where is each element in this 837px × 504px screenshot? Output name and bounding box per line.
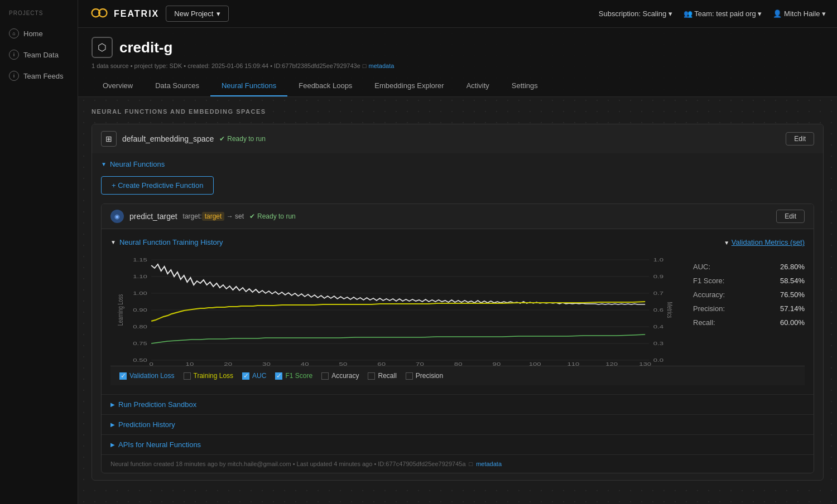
validation-loss-line (151, 264, 645, 304)
predict-ready-badge: ✔ Ready to run (249, 212, 296, 220)
svg-text:Metrics: Metrics (666, 302, 674, 318)
tab-neural-functions[interactable]: Neural Functions (210, 76, 287, 96)
embedding-name: default_embedding_space (122, 134, 214, 143)
embedding-header-left: ⊞ default_embedding_space ✔ Ready to run (101, 131, 266, 147)
svg-text:40: 40 (301, 361, 309, 366)
topnav-left: FEATRIX New Project ▾ (89, 4, 229, 24)
legend-checkbox-f1: ✓ (275, 372, 282, 380)
legend-f1-score[interactable]: ✓ F1 Score (275, 372, 312, 380)
content-area: ⬡ credit-g 1 data source • project type:… (78, 28, 837, 504)
create-predictive-function-button[interactable]: + Create Predictive Function (101, 176, 214, 195)
svg-text:20: 20 (224, 361, 232, 366)
topnav-right: Subscription: Scaling ▾ 👥 Team: test pai… (599, 9, 826, 18)
sidebar-item-teamdata[interactable]: i Team Data (0, 44, 78, 65)
chart-area: 1.15 1.10 1.00 0.90 0.80 0.75 0.50 Lea (110, 254, 682, 366)
metric-recall: Recall: 60.00% (693, 316, 805, 329)
svg-text:0: 0 (149, 361, 153, 366)
legend-checkbox-accuracy (321, 372, 329, 380)
tab-activity[interactable]: Activity (455, 76, 501, 96)
svg-text:110: 110 (567, 361, 579, 366)
legend-training-loss[interactable]: Training Loss (184, 372, 234, 380)
main-content: FEATRIX New Project ▾ Subscription: Scal… (78, 0, 837, 504)
metric-accuracy: Accuracy: 76.50% (693, 288, 805, 302)
run-prediction-toggle[interactable]: ▶ Run Prediction Sandbox (110, 400, 805, 409)
training-history-label[interactable]: Neural Function Training History (119, 238, 223, 246)
svg-text:0.80: 0.80 (133, 324, 147, 329)
tab-overview[interactable]: Overview (92, 76, 144, 96)
apis-icon: ▶ (110, 442, 115, 448)
target-badge: target:target → set (183, 212, 244, 220)
logo-text: FEATRIX (114, 9, 159, 19)
training-collapse-icon: ▼ (110, 239, 116, 245)
svg-text:90: 90 (493, 361, 501, 366)
neural-function-footer: Neural function created 18 minutes ago b… (102, 454, 814, 473)
legend-checkbox-training-loss (184, 372, 191, 380)
project-title-row: ⬡ credit-g (92, 37, 824, 58)
svg-text:0.0: 0.0 (653, 357, 663, 363)
run-prediction-icon: ▶ (110, 401, 115, 408)
metric-precision: Precision: 57.14% (693, 302, 805, 316)
validation-metrics-link[interactable]: Validation Metrics (set) (732, 238, 805, 246)
featrix-logo-icon (89, 4, 109, 24)
apis-section: ▶ APIs for Neural Functions (102, 434, 814, 454)
section-title: NEURAL FUNCTIONS AND EMBEDDING SPACES (92, 108, 824, 115)
subscription-selector[interactable]: Subscription: Scaling ▾ (599, 9, 672, 18)
predict-target-header: ◉ predict_target target:target → set ✔ R… (102, 204, 814, 229)
legend-recall[interactable]: Recall (368, 372, 396, 380)
svg-text:0.4: 0.4 (653, 324, 663, 329)
embedding-header: ⊞ default_embedding_space ✔ Ready to run… (92, 124, 823, 153)
svg-text:1.00: 1.00 (133, 290, 147, 296)
prediction-history-toggle[interactable]: ▶ Prediction History (110, 420, 805, 429)
predict-header-left: ◉ predict_target target:target → set ✔ R… (110, 210, 296, 223)
project-meta: 1 data source • project type: SDK • crea… (92, 62, 824, 69)
tab-embeddings-explorer[interactable]: Embeddings Explorer (363, 76, 455, 96)
neural-functions-toggle[interactable]: ▼ Neural Functions (101, 160, 814, 168)
topnav: FEATRIX New Project ▾ Subscription: Scal… (78, 0, 837, 28)
svg-text:100: 100 (529, 361, 541, 366)
training-loss-line (151, 302, 645, 321)
embedding-edit-button[interactable]: Edit (786, 132, 814, 146)
user-menu[interactable]: 👤 Mitch Haile ▾ (773, 9, 826, 18)
tab-settings[interactable]: Settings (501, 76, 549, 96)
svg-text:60: 60 (377, 361, 386, 366)
training-chart: 1.15 1.10 1.00 0.90 0.80 0.75 0.50 Lea (110, 254, 682, 366)
training-section: ▼ Neural Function Training History ▼ Val… (102, 229, 814, 394)
validation-metrics-right: ▼ Validation Metrics (set) (724, 238, 805, 246)
legend-auc[interactable]: ✓ AUC (242, 372, 266, 380)
team-selector[interactable]: 👥 Team: test paid org ▾ (684, 9, 762, 18)
embedding-ready-badge: ✔ Ready to run (219, 135, 266, 143)
training-header-left: ▼ Neural Function Training History (110, 238, 223, 246)
metrics-panel: AUC: 26.80% F1 Score: 58.54% Accuracy: (693, 254, 805, 366)
apis-toggle[interactable]: ▶ APIs for Neural Functions (110, 440, 805, 449)
neural-functions-section: ▼ Neural Functions + Create Predictive F… (92, 153, 823, 480)
metric-auc: AUC: 26.80% (693, 260, 805, 274)
svg-text:0.7: 0.7 (653, 290, 663, 296)
footer-metadata-link[interactable]: metadata (476, 461, 502, 467)
predict-edit-button[interactable]: Edit (776, 210, 805, 223)
svg-text:0.50: 0.50 (133, 357, 147, 363)
svg-text:80: 80 (454, 361, 463, 366)
metrics-collapse-icon: ▼ (724, 240, 729, 246)
svg-text:0.6: 0.6 (653, 307, 663, 313)
svg-text:120: 120 (605, 361, 618, 366)
tab-feedback-loops[interactable]: Feedback Loops (287, 76, 363, 96)
run-prediction-section: ▶ Run Prediction Sandbox (102, 394, 814, 414)
svg-text:0.9: 0.9 (653, 274, 663, 279)
chart-legend: ✓ Validation Loss Training Loss ✓ AUC (110, 366, 805, 385)
legend-precision[interactable]: Precision (406, 372, 443, 380)
sidebar-item-teamfeeds[interactable]: i Team Feeds (0, 65, 78, 86)
sidebar-item-home[interactable]: ⌂ Home (0, 23, 78, 44)
teamfeeds-icon: i (9, 71, 19, 81)
svg-text:1.10: 1.10 (133, 274, 147, 279)
prediction-history-section: ▶ Prediction History (102, 414, 814, 434)
metadata-link[interactable]: metadata (369, 62, 395, 69)
tab-datasources[interactable]: Data Sources (144, 76, 210, 96)
prediction-history-icon: ▶ (110, 421, 115, 428)
legend-validation-loss[interactable]: ✓ Validation Loss (119, 372, 175, 380)
legend-accuracy[interactable]: Accuracy (321, 372, 359, 380)
legend-checkbox-recall (368, 372, 375, 380)
page-content: NEURAL FUNCTIONS AND EMBEDDING SPACES ⊞ … (78, 97, 837, 498)
new-project-button[interactable]: New Project ▾ (166, 6, 229, 22)
project-name: credit-g (119, 39, 172, 56)
svg-text:0.90: 0.90 (133, 307, 147, 313)
